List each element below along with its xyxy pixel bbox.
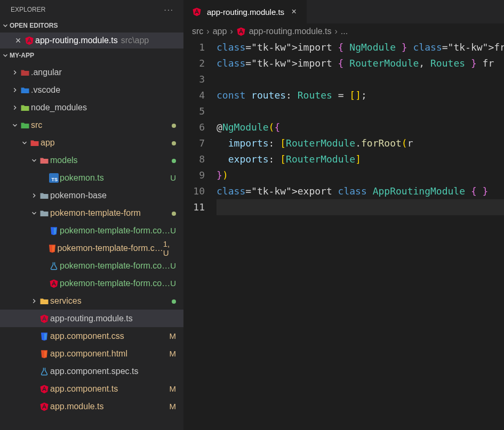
tree-item-label: app.component.html [50,349,127,359]
open-editors-header[interactable]: OPEN EDITORS [0,19,183,33]
angular-icon [38,402,50,411]
tree-file[interactable]: pokemon-template-form.c…1, U [0,239,183,257]
code-line[interactable]: @NgModule({ [217,119,504,135]
tree-file[interactable]: app.component.cssM [0,327,183,345]
tree-item-label: pokemon-template-form.co… [60,261,170,271]
chevron-down-icon[interactable] [30,209,38,217]
tree-item-label: models [50,156,78,165]
workspace-header[interactable]: MY-APP [0,48,183,62]
tree-folder[interactable]: pokemon-base [0,186,183,204]
folder-vscode-icon [19,85,31,95]
chevron-right-icon[interactable] [11,69,19,76]
line-number: 10 [183,183,205,199]
chevron-down-icon[interactable] [30,157,38,164]
tree-file[interactable]: app.module.tsM [0,397,183,415]
git-status: U [170,279,183,288]
code-line[interactable] [217,71,504,87]
tree-folder[interactable]: .angular [0,63,183,81]
tree-folder[interactable]: app [0,134,183,151]
breadcrumb-part[interactable]: ... [341,27,348,36]
tab-bar: app-routing.module.ts × [183,0,504,23]
open-editor-item[interactable]: × app-routing.module.ts src\app [0,33,183,48]
tree-file[interactable]: app.component.spec.ts [0,362,183,380]
chevron-right-icon: › [334,27,337,36]
tree-item-label: app.component.ts [50,384,118,394]
tree-folder[interactable]: pokemon-template-form [0,204,183,222]
chevron-right-icon[interactable] [30,192,38,199]
git-status [172,120,183,129]
tree-item-label: pokemon-base [50,191,107,200]
git-status: M [170,349,184,358]
tree-folder[interactable]: src [0,116,183,134]
code-editor[interactable]: 1234567891011 class="tk-kw">import { NgM… [183,39,504,430]
code-line[interactable] [217,199,504,215]
tree-item-label: node_modules [31,103,87,112]
code-body[interactable]: class="tk-kw">import { NgModule } class=… [217,39,504,430]
tree-item-label: pokemon-template-form.co… [60,279,170,288]
git-status: M [170,331,184,340]
folder-plain-icon [38,208,50,218]
code-line[interactable]: const routes: Routes = []; [217,87,504,103]
code-line[interactable]: }) [217,167,504,183]
close-icon[interactable]: × [289,7,299,16]
tree-folder[interactable]: .vscode [0,81,183,99]
folder-app-icon [29,138,41,148]
code-line[interactable]: imports: [RouterModule.forRoot(r [217,135,504,151]
line-number: 3 [183,71,205,87]
tree-file[interactable]: pokemon-template-form.co…U [0,257,183,274]
tree-item-label: pokemon-template-form.c… [57,244,163,253]
folder-node-icon [19,103,31,112]
flask-icon [48,261,60,271]
tree-folder[interactable]: services [0,292,183,310]
breadcrumb-part[interactable]: app-routing.module.ts [249,27,332,36]
git-status [172,208,183,217]
file-tree: .angular.vscodenode_modulessrcappmodelsT… [0,62,183,415]
breadcrumb-part[interactable]: src [192,27,203,36]
tree-file[interactable]: pokemon-template-form.co…U [0,222,183,239]
chevron-right-icon[interactable] [11,104,19,111]
tree-file[interactable]: pokemon-template-form.co…U [0,274,183,292]
folder-models-icon [38,156,50,165]
angular-icon [23,36,35,45]
line-number: 6 [183,119,205,135]
code-line[interactable]: class="tk-kw">import { RouterModule, Rou… [217,55,504,71]
tree-item-label: services [50,296,82,306]
explorer-title: EXPLORER [11,6,45,13]
close-icon[interactable]: × [13,36,23,45]
chevron-right-icon[interactable] [30,297,38,305]
chevron-right-icon[interactable] [11,86,19,94]
line-number: 1 [183,39,205,55]
tree-item-label: app-routing.module.ts [50,314,133,323]
git-status [172,156,183,165]
tree-folder[interactable]: node_modules [0,99,183,116]
folder-plain-icon [38,191,50,200]
open-editors-label: OPEN EDITORS [10,22,58,29]
tree-file[interactable]: app.component.tsM [0,380,183,397]
tree-item-label: pokemon.ts [60,173,104,183]
tree-item-label: app.component.spec.ts [50,367,138,376]
css-icon [38,331,50,341]
code-line[interactable]: class="tk-kw">export class AppRoutingMod… [217,183,504,199]
tree-file[interactable]: app-routing.module.ts [0,310,183,327]
tree-file[interactable]: TSpokemon.tsU [0,169,183,186]
line-gutter: 1234567891011 [183,39,217,430]
tree-file[interactable]: app.component.htmlM [0,345,183,362]
chevron-down-icon[interactable] [20,139,29,147]
flask-icon [38,367,50,376]
chevron-right-icon: › [206,27,209,36]
breadcrumb-part[interactable]: app [213,27,227,36]
tab-active[interactable]: app-routing.module.ts × [183,0,307,23]
html-icon [38,349,50,359]
chevron-down-icon[interactable] [11,121,19,129]
code-line[interactable] [217,103,504,119]
code-line[interactable]: class="tk-kw">import { NgModule } class=… [217,39,504,55]
code-line[interactable]: exports: [RouterModule] [217,151,504,167]
line-number: 11 [183,199,205,215]
editor-pane: app-routing.module.ts × src › app › app-… [183,0,504,430]
more-actions-icon[interactable]: ··· [164,5,174,14]
chevron-right-icon: › [230,27,233,36]
breadcrumb[interactable]: src › app › app-routing.module.ts › ... [183,23,504,39]
css-icon [48,226,60,236]
line-number: 8 [183,151,205,167]
tree-folder[interactable]: models [0,151,183,169]
